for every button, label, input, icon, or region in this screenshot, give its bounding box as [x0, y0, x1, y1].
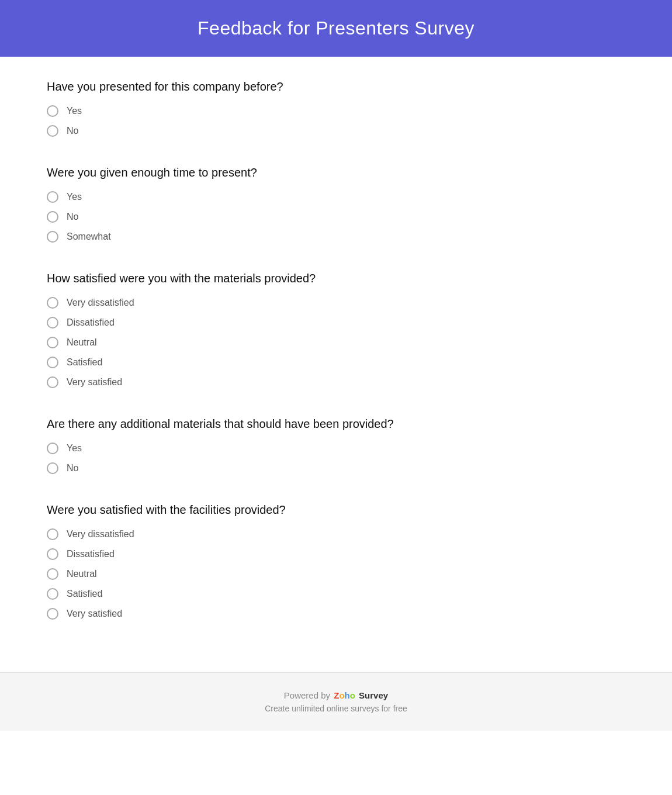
- radio-button[interactable]: [47, 548, 58, 560]
- question-text-q1: Have you presented for this company befo…: [47, 80, 625, 94]
- options-list-q4: YesNo: [47, 443, 625, 474]
- page-header: Feedback for Presenters Survey: [0, 0, 672, 57]
- zoho-o2: o: [350, 690, 355, 700]
- radio-button[interactable]: [47, 462, 58, 474]
- list-item[interactable]: Somewhat: [47, 231, 625, 243]
- options-list-q3: Very dissatisfiedDissatisfiedNeutralSati…: [47, 297, 625, 388]
- radio-button[interactable]: [47, 568, 58, 580]
- list-item[interactable]: Satisfied: [47, 357, 625, 368]
- list-item[interactable]: Very dissatisfied: [47, 297, 625, 309]
- footer-tagline: Create unlimited online surveys for free: [12, 704, 660, 713]
- list-item[interactable]: Dissatisfied: [47, 317, 625, 329]
- list-item[interactable]: Dissatisfied: [47, 548, 625, 560]
- list-item[interactable]: Satisfied: [47, 588, 625, 600]
- question-block-q5: Were you satisfied with the facilities p…: [47, 503, 625, 620]
- option-label: Neutral: [67, 337, 97, 348]
- radio-button[interactable]: [47, 357, 58, 368]
- radio-button[interactable]: [47, 191, 58, 203]
- options-list-q5: Very dissatisfiedDissatisfiedNeutralSati…: [47, 528, 625, 620]
- options-list-q1: YesNo: [47, 105, 625, 137]
- question-text-q3: How satisfied were you with the material…: [47, 272, 625, 285]
- option-label: Yes: [67, 443, 82, 454]
- radio-button[interactable]: [47, 443, 58, 454]
- radio-button[interactable]: [47, 211, 58, 223]
- survey-title: Feedback for Presenters Survey: [12, 18, 660, 39]
- option-label: Very dissatisfied: [67, 529, 134, 540]
- radio-button[interactable]: [47, 125, 58, 137]
- zoho-logo: Zoho: [334, 690, 355, 700]
- option-label: No: [67, 126, 78, 136]
- zoho-z: Z: [334, 690, 339, 700]
- radio-button[interactable]: [47, 317, 58, 329]
- option-label: Neutral: [67, 569, 97, 579]
- question-block-q3: How satisfied were you with the material…: [47, 272, 625, 388]
- zoho-h: h: [345, 690, 350, 700]
- list-item[interactable]: Very satisfied: [47, 608, 625, 620]
- footer-powered-line: Powered by Zoho Survey: [12, 690, 660, 700]
- question-text-q5: Were you satisfied with the facilities p…: [47, 503, 625, 517]
- option-label: Very satisfied: [67, 377, 122, 388]
- radio-button[interactable]: [47, 105, 58, 117]
- option-label: Yes: [67, 106, 82, 116]
- question-block-q2: Were you given enough time to present?Ye…: [47, 166, 625, 243]
- list-item[interactable]: Neutral: [47, 337, 625, 348]
- list-item[interactable]: Yes: [47, 191, 625, 203]
- option-label: Satisfied: [67, 589, 102, 599]
- question-text-q2: Were you given enough time to present?: [47, 166, 625, 179]
- option-label: Very satisfied: [67, 609, 122, 619]
- question-block-q4: Are there any additional materials that …: [47, 417, 625, 474]
- question-text-q4: Are there any additional materials that …: [47, 417, 625, 431]
- radio-button[interactable]: [47, 297, 58, 309]
- list-item[interactable]: Very dissatisfied: [47, 528, 625, 540]
- radio-button[interactable]: [47, 588, 58, 600]
- radio-button[interactable]: [47, 608, 58, 620]
- radio-button[interactable]: [47, 376, 58, 388]
- option-label: Yes: [67, 192, 82, 202]
- list-item[interactable]: No: [47, 125, 625, 137]
- list-item[interactable]: Yes: [47, 443, 625, 454]
- list-item[interactable]: Neutral: [47, 568, 625, 580]
- radio-button[interactable]: [47, 231, 58, 243]
- zoho-o1: o: [339, 690, 344, 700]
- option-label: Satisfied: [67, 357, 102, 368]
- option-label: No: [67, 212, 78, 222]
- list-item[interactable]: Yes: [47, 105, 625, 117]
- radio-button[interactable]: [47, 528, 58, 540]
- survey-content: Have you presented for this company befo…: [0, 57, 672, 672]
- option-label: Very dissatisfied: [67, 298, 134, 308]
- powered-by-text: Powered by: [284, 690, 330, 700]
- options-list-q2: YesNoSomewhat: [47, 191, 625, 243]
- question-block-q1: Have you presented for this company befo…: [47, 80, 625, 137]
- page-footer: Powered by Zoho Survey Create unlimited …: [0, 672, 672, 731]
- list-item[interactable]: Very satisfied: [47, 376, 625, 388]
- option-label: Dissatisfied: [67, 317, 115, 328]
- list-item[interactable]: No: [47, 211, 625, 223]
- option-label: Somewhat: [67, 231, 111, 242]
- option-label: No: [67, 463, 78, 473]
- option-label: Dissatisfied: [67, 549, 115, 559]
- survey-word: Survey: [359, 690, 388, 700]
- list-item[interactable]: No: [47, 462, 625, 474]
- radio-button[interactable]: [47, 337, 58, 348]
